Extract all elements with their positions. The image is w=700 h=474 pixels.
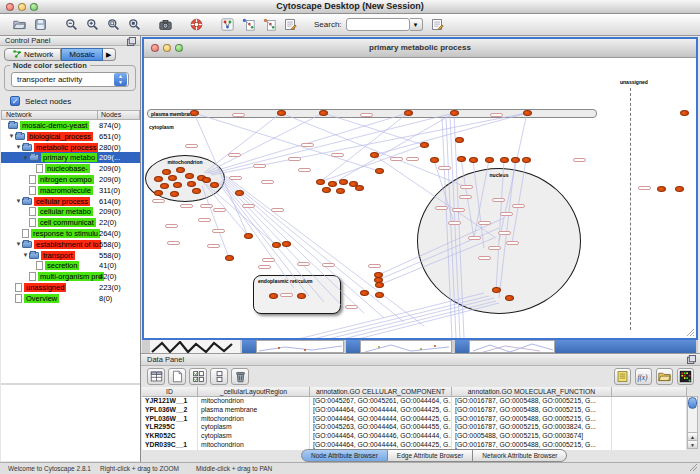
open-file-button[interactable]	[10, 16, 28, 34]
tab-edge-attribute-browser[interactable]: Edge Attribute Browser	[388, 449, 473, 462]
tree-row-biological-process[interactable]: ▼biological_process651(0)	[1, 131, 140, 142]
network-node[interactable]	[328, 181, 337, 187]
tab-network[interactable]: Network	[4, 48, 61, 61]
network-node[interactable]	[322, 187, 331, 193]
tab-overflow-arrow[interactable]: ▶	[103, 48, 116, 61]
network-node[interactable]	[675, 186, 684, 192]
network-node[interactable]	[282, 241, 291, 247]
tree-row-multi-organism-pro[interactable]: multi-organism pro42(0)	[1, 271, 140, 282]
table-row-YLR295C[interactable]: YLR295Ccytoplasm[GO:0045263, GO:0044464,…	[142, 423, 687, 432]
tree-row-cellular-metabo[interactable]: cellular metabo209(0)	[1, 206, 140, 217]
expand-arrow-icon[interactable]: ▼	[8, 133, 15, 139]
background-window-titlebar[interactable]	[455, 340, 469, 353]
tree-row-transport[interactable]: ▼transport558(0)	[1, 250, 140, 261]
zoom-fit-button[interactable]	[104, 16, 122, 34]
background-window-titlebar[interactable]	[346, 340, 360, 353]
network-node[interactable]	[500, 157, 509, 163]
network-node[interactable]	[269, 293, 278, 299]
column-header-empty[interactable]	[612, 387, 687, 397]
network-view-titlebar[interactable]: primary metabolic process	[144, 39, 696, 58]
table-scrollbar[interactable]: ▲ ▼	[687, 396, 698, 449]
column-header-_cellularLayoutRegion[interactable]: _cellularLayoutRegion	[198, 387, 310, 397]
network-node[interactable]	[297, 293, 306, 299]
network-node[interactable]	[173, 182, 182, 188]
table-row-YJR121W__1[interactable]: YJR121W__1mitochondrion[GO:0045267, GO:0…	[142, 397, 687, 406]
expand-arrow-icon[interactable]: ▼	[22, 252, 29, 258]
network-node[interactable]	[190, 110, 199, 116]
network-node[interactable]	[375, 282, 384, 288]
search-input[interactable]	[346, 18, 410, 31]
cytopanel-network-button[interactable]	[218, 16, 236, 34]
zoom-out-button[interactable]	[62, 16, 80, 34]
scroll-up-arrow[interactable]: ▲	[688, 432, 697, 440]
expand-arrow-icon[interactable]: ▼	[15, 241, 22, 247]
network-node[interactable]	[375, 292, 384, 298]
column-header-annotation.GO MOLECULAR_FUNCTION[interactable]: annotation.GO MOLECULAR_FUNCTION	[452, 387, 612, 397]
network-node[interactable]	[455, 137, 464, 143]
network-node[interactable]	[192, 188, 201, 194]
network-node[interactable]	[485, 157, 494, 163]
background-window-preview[interactable]	[469, 340, 555, 353]
import-network-button[interactable]	[239, 16, 257, 34]
expand-arrow-icon[interactable]: ▼	[22, 155, 29, 161]
network-node[interactable]	[469, 157, 478, 163]
network-node[interactable]	[176, 167, 185, 173]
function-builder-button[interactable]: f(x)	[635, 368, 652, 385]
network-node[interactable]	[154, 190, 163, 196]
tree-row-primary-metabo[interactable]: ▼primary metabo209(...	[1, 152, 140, 163]
network-node[interactable]	[420, 142, 429, 148]
table-row-YKR052C[interactable]: YKR052Ccytoplasm[GO:0044464, GO:0044446,…	[142, 432, 687, 441]
tree-row-unassigned[interactable]: unassigned223(0)	[1, 282, 140, 293]
annotations-button[interactable]	[281, 16, 299, 34]
network-node[interactable]	[170, 191, 179, 197]
unselect-attributes-button[interactable]	[210, 368, 228, 385]
select-attributes-button[interactable]	[189, 368, 207, 385]
network-node[interactable]	[339, 179, 348, 185]
network-node[interactable]	[404, 110, 413, 116]
network-node[interactable]	[355, 185, 364, 191]
expand-arrow-icon[interactable]: ▼	[15, 198, 22, 204]
network-node[interactable]	[657, 186, 666, 192]
network-node[interactable]	[505, 295, 514, 301]
tab-network-attribute-browser[interactable]: Network Attribute Browser	[473, 449, 567, 462]
network-node[interactable]	[154, 176, 163, 182]
background-window-preview[interactable]	[360, 340, 452, 353]
network-node[interactable]	[319, 110, 328, 116]
zoom-in-button[interactable]	[83, 16, 101, 34]
tree-row-establishment-of-lo[interactable]: ▼establishment of lo558(0)	[1, 239, 140, 250]
network-edges[interactable]	[144, 58, 696, 338]
expand-arrow-icon[interactable]: ▼	[15, 144, 22, 150]
tree-row-nucleobase-[interactable]: nucleobase-209(0)	[1, 163, 140, 174]
network-node[interactable]	[235, 190, 244, 196]
network-node[interactable]	[272, 242, 281, 248]
node-color-dropdown[interactable]: transporter activity ▲▼	[11, 72, 129, 87]
matrix-view-button[interactable]	[677, 368, 694, 385]
network-node[interactable]	[457, 156, 466, 162]
network-node[interactable]	[160, 183, 169, 189]
network-node[interactable]	[522, 157, 531, 163]
import-attributes-button[interactable]	[260, 16, 278, 34]
network-node[interactable]	[360, 290, 369, 296]
table-row-YPL036W__2[interactable]: YPL036W__2plasma membrane[GO:0044464, GO…	[142, 406, 687, 415]
network-node[interactable]	[430, 157, 439, 163]
float-panel-icon[interactable]	[687, 355, 696, 366]
network-node[interactable]	[492, 287, 501, 293]
tree-row-macromolecule[interactable]: macromolecule311(0)	[1, 185, 140, 196]
help-lifering-button[interactable]	[187, 16, 205, 34]
network-node[interactable]	[244, 233, 253, 239]
tree-row-secretion[interactable]: secretion41(0)	[1, 260, 140, 271]
network-node[interactable]	[370, 152, 379, 158]
configure-search-button[interactable]	[429, 16, 447, 34]
network-node[interactable]	[187, 181, 196, 187]
tree-row-nitrogen-compo[interactable]: nitrogen compo209(0)	[1, 174, 140, 185]
show-table-button[interactable]	[147, 368, 165, 385]
network-node[interactable]	[316, 179, 325, 185]
background-window-preview[interactable]	[256, 340, 344, 353]
tab-mosaic[interactable]: Mosaic	[61, 48, 102, 61]
network-canvas[interactable]: endoplasmic reticulumnucleusmitochondrio…	[144, 58, 696, 338]
background-window-preview[interactable]	[150, 340, 240, 353]
new-attribute-button[interactable]	[168, 368, 186, 385]
background-window-titlebar[interactable]	[242, 340, 256, 353]
tree-row-response-to-stimulu[interactable]: response to stimulu264(0)	[1, 228, 140, 239]
tree-row-mosaic-demo-yeast[interactable]: mosaic-demo-yeast874(0)	[1, 120, 140, 131]
